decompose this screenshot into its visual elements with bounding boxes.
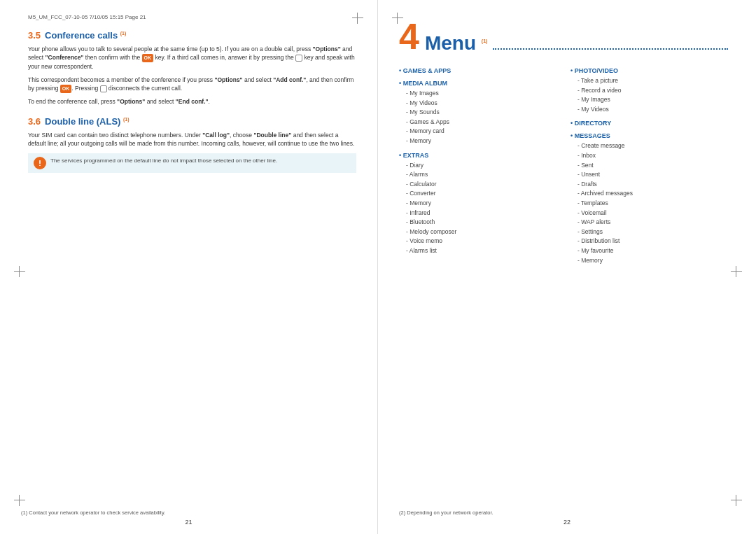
note-icon bbox=[34, 157, 46, 169]
menu-subitems-media: My Images My Videos My Sounds Games & Ap… bbox=[399, 89, 556, 146]
list-item: Record a video bbox=[570, 86, 728, 96]
section-3-6-sup: (1) bbox=[123, 116, 130, 121]
list-item: My Videos bbox=[570, 105, 728, 115]
chapter-title: Menu (1) bbox=[425, 32, 487, 55]
list-item: Voicemail bbox=[570, 209, 728, 218]
list-item: Bluetooth bbox=[399, 218, 556, 227]
list-item: My Sounds bbox=[399, 108, 556, 118]
menu-cat-extras: EXTRAS bbox=[399, 152, 556, 159]
section-3-5-para2: This correspondent becomes a member of t… bbox=[28, 76, 356, 93]
list-item: My favourite bbox=[570, 246, 728, 256]
page-number-left: 21 bbox=[185, 519, 192, 526]
list-item: Drafts bbox=[570, 180, 728, 190]
chapter-dots bbox=[493, 48, 728, 50]
book-spread: M5_UM_FCC_07-10-05 7/10/05 15:15 Page 21… bbox=[0, 0, 756, 534]
section-3-5-heading: 3.5 Conference calls (1) bbox=[28, 30, 356, 41]
list-item: Unsent bbox=[570, 170, 728, 180]
section-3-5-sup: (1) bbox=[120, 31, 127, 36]
list-item: Create message bbox=[570, 141, 728, 151]
list-item: Memory bbox=[399, 136, 556, 146]
section-3-6-title: Double line (ALS) (1) bbox=[45, 116, 130, 127]
list-item: My Images bbox=[570, 95, 728, 105]
menu-cat-directory: DIRECTORY bbox=[570, 120, 728, 127]
svg-rect-1 bbox=[39, 160, 41, 164]
crosshair-top-right bbox=[352, 13, 363, 24]
list-item: Archived messages bbox=[570, 189, 728, 199]
list-item: WAP alerts bbox=[570, 218, 728, 227]
crosshair-bottom-right bbox=[731, 495, 742, 506]
list-item: Inbox bbox=[570, 151, 728, 161]
list-item: Memory bbox=[399, 199, 556, 209]
list-item: Memory bbox=[570, 256, 728, 266]
list-item: Take a picture bbox=[570, 76, 728, 86]
footnote-right: (2) Depending on your network operator. bbox=[399, 510, 728, 517]
chapter-sup: (1) bbox=[482, 38, 488, 43]
list-item: My Videos bbox=[399, 99, 556, 108]
crosshair-center-left bbox=[14, 266, 25, 277]
section-3-5-para3: To end the conference call, press "Optio… bbox=[28, 97, 356, 106]
page-header-left: M5_UM_FCC_07-10-05 7/10/05 15:15 Page 21 bbox=[28, 14, 356, 20]
list-item: Calculator bbox=[399, 180, 556, 190]
section-3-6-heading: 3.6 Double line (ALS) (1) bbox=[28, 116, 356, 127]
list-item: Sent bbox=[570, 161, 728, 171]
menu-subitems-photo: Take a picture Record a video My Images … bbox=[570, 76, 728, 114]
section-3-5-para1: Your phone allows you to talk to several… bbox=[28, 45, 356, 71]
section-3-5-number: 3.5 bbox=[28, 30, 41, 41]
svg-rect-2 bbox=[39, 165, 41, 167]
section-3-6-para1: Your SIM card can contain two distinct t… bbox=[28, 131, 356, 148]
crosshair-top-left bbox=[392, 13, 403, 24]
list-item: Alarms list bbox=[399, 246, 556, 256]
crosshair-bottom-left bbox=[14, 495, 25, 506]
menu-cat-messages: MESSAGES bbox=[570, 132, 728, 139]
list-item: Diary bbox=[399, 161, 556, 171]
section-3-5-title: Conference calls (1) bbox=[45, 30, 126, 41]
chapter-heading: 4 Menu (1) bbox=[399, 21, 728, 55]
menu-subitems-extras: Diary Alarms Calculator Converter Memory… bbox=[399, 161, 556, 256]
section-3-6-number: 3.6 bbox=[28, 116, 41, 127]
menu-cat-games: GAMES & APPS bbox=[399, 67, 556, 74]
list-item: Infrared bbox=[399, 209, 556, 218]
page-left: M5_UM_FCC_07-10-05 7/10/05 15:15 Page 21… bbox=[0, 0, 378, 534]
menu-cat-media: MEDIA ALBUM bbox=[399, 80, 556, 87]
list-item: My Images bbox=[399, 89, 556, 99]
menu-col-2: PHOTO/VIDEO Take a picture Record a vide… bbox=[570, 62, 728, 265]
menu-subitems-messages: Create message Inbox Sent Unsent Drafts … bbox=[570, 141, 728, 265]
list-item: Settings bbox=[570, 227, 728, 237]
list-item: Converter bbox=[399, 189, 556, 199]
menu-col-1: GAMES & APPS MEDIA ALBUM My Images My Vi… bbox=[399, 62, 556, 265]
menu-cat-photo: PHOTO/VIDEO bbox=[570, 67, 728, 74]
list-item: Memory card bbox=[399, 127, 556, 136]
list-item: Alarms bbox=[399, 170, 556, 180]
page-number-right: 22 bbox=[564, 519, 570, 526]
menu-columns: GAMES & APPS MEDIA ALBUM My Images My Vi… bbox=[399, 62, 728, 265]
list-item: Voice memo bbox=[399, 237, 556, 246]
footnote-left: (1) Contact your network operator to che… bbox=[21, 510, 188, 517]
list-item: Templates bbox=[570, 199, 728, 209]
note-box: The services programmed on the default l… bbox=[28, 153, 356, 173]
list-item: Games & Apps bbox=[399, 118, 556, 127]
list-item: Melody composer bbox=[399, 227, 556, 237]
page-right: 4 Menu (1) GAMES & APPS MEDIA ALBUM My I… bbox=[378, 0, 756, 534]
note-text: The services programmed on the default l… bbox=[50, 157, 277, 164]
crosshair-center-right bbox=[731, 266, 742, 277]
list-item: Distribution list bbox=[570, 237, 728, 246]
